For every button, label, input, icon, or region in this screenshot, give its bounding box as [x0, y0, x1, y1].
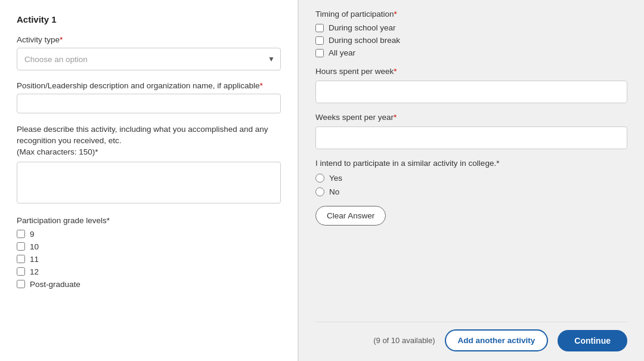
add-activity-button[interactable]: Add another activity — [445, 329, 549, 351]
hours-label: Hours spent per week* — [315, 67, 627, 76]
bottom-bar: (9 of 10 available) Add another activity… — [315, 322, 627, 351]
description-group: Please describe this activity, including… — [17, 124, 281, 205]
timing-group: Timing of participation* During school y… — [315, 10, 627, 57]
grade-checkboxes: 9 10 11 12 Post-graduate — [17, 230, 281, 289]
page-container: Activity 1 Activity type* Choose an opti… — [0, 0, 644, 361]
timing-label: Timing of participation* — [315, 10, 627, 18]
description-textarea[interactable] — [17, 162, 281, 203]
position-label: Position/Leadership description and orga… — [17, 81, 281, 90]
college-yes-item: Yes — [315, 174, 627, 183]
description-label: Please describe this activity, including… — [17, 124, 281, 158]
grade-10-checkbox[interactable] — [17, 242, 25, 251]
timing-all-year-checkbox[interactable] — [315, 49, 324, 57]
clear-answer-button[interactable]: Clear Answer — [315, 206, 386, 226]
activity-type-select[interactable]: Choose an option — [17, 48, 281, 70]
grade-12-item: 12 — [17, 267, 281, 276]
right-panel: Timing of participation* During school y… — [299, 0, 644, 361]
grade-11-checkbox[interactable] — [17, 255, 25, 263]
grade-postgrad-checkbox[interactable] — [17, 280, 25, 288]
timing-all-year-item: All year — [315, 48, 627, 57]
activity-type-label: Activity type* — [17, 35, 281, 44]
right-fields: Timing of participation* During school y… — [315, 10, 627, 322]
grade-9-checkbox[interactable] — [17, 230, 25, 238]
grade-12-checkbox[interactable] — [17, 267, 25, 276]
position-input[interactable] — [17, 94, 281, 113]
grade-10-item: 10 — [17, 242, 281, 251]
grade-11-item: 11 — [17, 255, 281, 264]
timing-checkboxes: During school year During school break A… — [315, 23, 627, 57]
timing-school-year-checkbox[interactable] — [315, 24, 324, 32]
timing-school-break-checkbox[interactable] — [315, 36, 324, 45]
available-text: (9 of 10 available) — [373, 336, 435, 345]
college-yes-radio[interactable] — [315, 174, 324, 183]
weeks-input[interactable] — [315, 126, 627, 149]
position-group: Position/Leadership description and orga… — [17, 81, 281, 113]
timing-school-year-item: During school year — [315, 23, 627, 32]
continue-button[interactable]: Continue — [558, 330, 627, 351]
grade-levels-group: Participation grade levels* 9 10 11 12 — [17, 216, 281, 289]
college-no-radio[interactable] — [315, 187, 324, 196]
weeks-group: Weeks spent per year* — [315, 113, 627, 149]
hours-input[interactable] — [315, 81, 627, 103]
college-no-item: No — [315, 187, 627, 196]
college-group: I intend to participate in a similar act… — [315, 159, 627, 226]
grade-levels-label: Participation grade levels* — [17, 216, 281, 225]
timing-school-break-item: During school break — [315, 36, 627, 45]
activity-type-select-wrapper: Choose an option ▼ — [17, 48, 281, 70]
grade-postgrad-item: Post-graduate — [17, 280, 281, 289]
activity-title: Activity 1 — [17, 14, 281, 24]
hours-group: Hours spent per week* — [315, 67, 627, 103]
left-panel: Activity 1 Activity type* Choose an opti… — [0, 0, 298, 361]
college-question: I intend to participate in a similar act… — [315, 159, 627, 168]
college-radio-group: Yes No — [315, 174, 627, 196]
activity-type-group: Activity type* Choose an option ▼ — [17, 35, 281, 70]
weeks-label: Weeks spent per year* — [315, 113, 627, 122]
grade-9-item: 9 — [17, 230, 281, 239]
